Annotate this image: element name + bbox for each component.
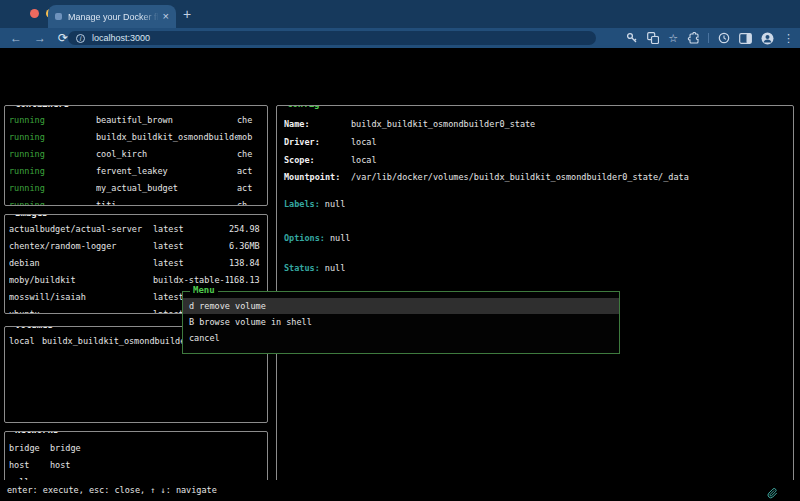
container-name: buildx_buildkit_osmondbuilder0 — [96, 129, 237, 146]
address-bar[interactable]: i localhost:3000 — [68, 31, 596, 45]
new-tab-button[interactable]: + — [183, 6, 191, 22]
image-name: chentex/random-logger — [9, 238, 153, 255]
side-panel-icon[interactable] — [739, 33, 752, 44]
networks-panel-title: Networks — [12, 431, 61, 436]
volumes-panel-title: Volumes — [12, 326, 56, 331]
container-name: beautiful_brown — [96, 112, 237, 129]
config-panel-title: Config — [284, 105, 323, 110]
image-name: moby/buildkit — [9, 272, 153, 289]
image-name: mosswill/isaiah — [9, 289, 153, 306]
keyboard-hints: enter: execute, esc: close, ↑ ↓: navigat… — [7, 485, 217, 495]
tab-close-icon[interactable]: × — [163, 11, 169, 22]
image-size: 138.84 — [229, 255, 267, 272]
container-row[interactable]: running beautiful_brown che — [5, 112, 267, 129]
key-icon[interactable] — [626, 32, 638, 44]
container-row[interactable]: running my_actual_budget act — [5, 180, 267, 197]
avatar[interactable] — [761, 32, 774, 45]
image-row[interactable]: debian latest 138.84 — [5, 255, 267, 272]
container-status: running — [9, 163, 96, 180]
image-name: debian — [9, 255, 153, 272]
network-driver: host — [50, 457, 267, 474]
toolbar-right-icons: ☆ ⋮ — [626, 28, 794, 48]
container-status: running — [9, 146, 96, 163]
image-tag: latest — [153, 255, 229, 272]
image-row[interactable]: actualbudget/actual-server latest 254.98 — [5, 221, 267, 238]
config-field-driver: Driver:local — [284, 134, 789, 151]
config-field-mountpoint: Mountpoint:/var/lib/docker/volumes/build… — [284, 169, 789, 186]
link-icon — [766, 484, 778, 496]
image-size: 254.98 — [229, 221, 267, 238]
menu-item-remove-volume[interactable]: d remove volume — [183, 298, 619, 314]
image-row[interactable]: moby/buildkit buildx-stable-1 168.13 — [5, 272, 267, 289]
config-field-scope: Scope:local — [284, 152, 789, 169]
container-status: running — [9, 197, 96, 206]
site-info-icon[interactable]: i — [76, 34, 85, 43]
container-name: fervent_leakey — [96, 163, 237, 180]
container-image: ch — [237, 197, 267, 206]
container-image: che — [237, 146, 267, 163]
bookmark-star-icon[interactable]: ☆ — [668, 28, 678, 48]
menu-dots-icon[interactable]: ⋮ — [783, 28, 794, 48]
container-row[interactable]: running buildx_buildkit_osmondbuilder0 m… — [5, 129, 267, 146]
history-icon[interactable] — [718, 32, 730, 44]
network-row[interactable]: host host — [5, 457, 267, 474]
tab-favicon — [55, 13, 62, 20]
image-size: 168.13 — [229, 272, 267, 289]
forward-icon[interactable]: → — [34, 28, 46, 48]
container-image: mob — [237, 129, 267, 146]
image-tag: latest — [153, 221, 229, 238]
container-name: my_actual_budget — [96, 180, 237, 197]
container-row[interactable]: running fervent_leakey act — [5, 163, 267, 180]
network-driver: bridge — [50, 440, 267, 457]
container-status: running — [9, 180, 96, 197]
image-row[interactable]: chentex/random-logger latest 6.36MB — [5, 238, 267, 255]
containers-panel: Containers running beautiful_brown che r… — [4, 105, 268, 206]
containers-panel-title: Containers — [12, 105, 72, 110]
action-menu-popup: Menu d remove volume B browse volume in … — [182, 291, 620, 354]
back-icon[interactable]: ← — [10, 28, 22, 48]
image-name: ubuntu — [9, 306, 153, 314]
menu-item-browse-volume[interactable]: B browse volume in shell — [183, 314, 619, 330]
container-name: titi — [96, 197, 237, 206]
reload-icon[interactable]: ⟳ — [58, 28, 68, 48]
config-field-name: Name:buildx_buildkit_osmondbuilder0_stat… — [284, 116, 789, 133]
container-image: act — [237, 180, 267, 197]
container-image: act — [237, 163, 267, 180]
container-row[interactable]: running titi ch — [5, 197, 267, 206]
status-bar: enter: execute, esc: close, ↑ ↓: navigat… — [0, 480, 800, 501]
network-name: bridge — [9, 440, 50, 457]
toolbar-separator — [708, 33, 709, 43]
network-row[interactable]: bridge bridge — [5, 440, 267, 457]
container-row[interactable]: running cool_kirch che — [5, 146, 267, 163]
browser-toolbar: ← → ⟳ i localhost:3000 ☆ — [0, 28, 800, 48]
close-window-button[interactable] — [30, 9, 39, 18]
translate-icon[interactable] — [647, 32, 659, 44]
image-size: 6.36MB — [229, 238, 267, 255]
image-tag: latest — [153, 238, 229, 255]
network-name: host — [9, 457, 50, 474]
menu-popup-title: Menu — [190, 285, 218, 296]
image-name: actualbudget/actual-server — [9, 221, 153, 238]
config-field-labels: Labels:null — [284, 196, 789, 213]
container-status: running — [9, 129, 96, 146]
container-name: cool_kirch — [96, 146, 237, 163]
config-field-options: Options:null — [284, 230, 789, 247]
extensions-icon[interactable] — [687, 32, 699, 44]
container-image: che — [237, 112, 267, 129]
tab-strip: Manage your Docker fleet wi × + — [0, 0, 800, 28]
tab-title: Manage your Docker fleet wi — [68, 12, 159, 22]
container-status: running — [9, 112, 96, 129]
docker-tui: Containers running beautiful_brown che r… — [0, 48, 800, 501]
browser-chrome: Manage your Docker fleet wi × + ← → ⟳ i … — [0, 0, 800, 48]
images-panel-title: Images — [12, 214, 51, 219]
config-field-status: Status:null — [284, 260, 789, 277]
menu-item-cancel[interactable]: cancel — [183, 330, 619, 346]
url-text: localhost:3000 — [92, 33, 150, 43]
volume-driver: local — [9, 333, 42, 350]
browser-tab[interactable]: Manage your Docker fleet wi × — [48, 5, 176, 28]
